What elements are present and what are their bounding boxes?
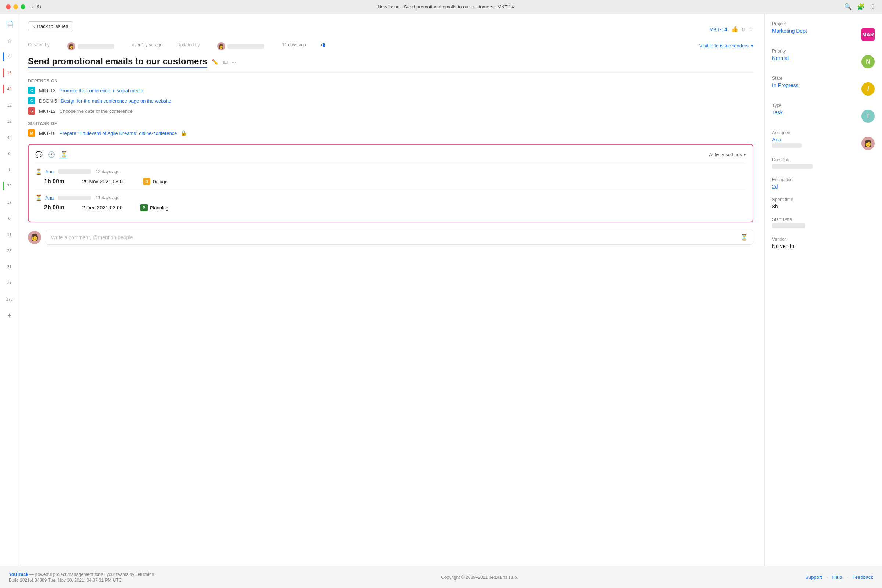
panel-vendor-value[interactable]: No vendor — [772, 243, 796, 249]
panel-vendor-row: Vendor No vendor — [772, 237, 874, 249]
dep-link-mkt10[interactable]: Prepare "Boulevard of Agile Dreams" onli… — [60, 130, 177, 136]
dep-item-dsgn5: C DSGN-5 Design for the main conference … — [28, 97, 753, 104]
work-item-2-user[interactable]: Ana — [45, 195, 54, 201]
created-username-blur — [78, 44, 114, 48]
back-to-issues-button[interactable]: ‹ Back to issues — [28, 21, 74, 31]
maximize-dot[interactable] — [21, 4, 26, 9]
assignee-username-blur — [772, 143, 801, 148]
tag-icon[interactable]: 🏷 — [222, 59, 228, 65]
minimize-dot[interactable] — [13, 4, 18, 9]
comment-time-icon: ⏳ — [741, 234, 748, 241]
panel-project-value[interactable]: Marketing Dept — [772, 28, 807, 34]
work-item-1-tag-label: Design — [153, 179, 167, 184]
more-icon[interactable]: ··· — [231, 59, 236, 65]
state-i-icon: I — [861, 82, 874, 96]
sidebar-pin-icon[interactable]: ✦ — [3, 309, 16, 322]
comment-input[interactable]: Write a comment, @mention people ⏳ — [46, 230, 753, 245]
dep-badge-s: S — [28, 107, 35, 115]
created-ago: over 1 year ago — [132, 42, 162, 50]
sidebar-num-70a[interactable]: 70 — [3, 50, 16, 63]
app-layout: 📄 ☆ 70 16 48 12 12 48 0 1 70 — [0, 14, 882, 566]
sidebar-num-0a[interactable]: 0 — [3, 147, 16, 160]
panel-type-value[interactable]: Task — [772, 110, 783, 116]
panel-start-date-row: Start Date — [772, 217, 874, 230]
time-tracking-tab-icon[interactable]: ⏳ — [60, 151, 68, 158]
activity-settings-button[interactable]: Activity settings ▾ — [709, 152, 746, 157]
sidebar-icon-doc[interactable]: 📄 — [3, 18, 16, 31]
search-icon[interactable]: 🔍 — [844, 3, 852, 10]
issue-id[interactable]: MKT-14 — [709, 27, 727, 32]
star-icon[interactable]: ☆ — [748, 26, 753, 33]
back-icon: ‹ — [33, 24, 35, 29]
vote-count: 0 — [742, 27, 744, 32]
sidebar-num-48a[interactable]: 48 — [3, 82, 16, 96]
sidebar-num-17[interactable]: 17 — [3, 195, 16, 209]
updated-ago: 11 days ago — [282, 42, 306, 50]
sidebar-num-31a[interactable]: 31 — [3, 260, 16, 273]
footer-left: YouTrack — powerful project management f… — [9, 572, 154, 583]
dep-badge-c1: C — [28, 87, 35, 94]
sidebar-num-11[interactable]: 11 — [3, 228, 16, 241]
sidebar-num-373[interactable]: 373 — [3, 292, 16, 306]
visibility-eye-icon: 👁 — [321, 42, 327, 49]
window-controls[interactable] — [6, 4, 26, 9]
nav-arrows[interactable]: ‹ ↻ — [31, 3, 42, 10]
thumbs-up-icon[interactable]: 👍 — [731, 26, 738, 33]
comment-tab-icon[interactable]: 💬 — [35, 151, 43, 158]
sidebar-num-12b[interactable]: 12 — [3, 115, 16, 128]
work-item-2-duration: 2h 00m — [44, 204, 64, 211]
activity-header: 💬 🕐 ⏳ Activity settings ▾ — [35, 151, 746, 158]
panel-state-value[interactable]: In Progress — [772, 82, 799, 88]
sidebar-num-31b[interactable]: 31 — [3, 276, 16, 290]
footer-support-link[interactable]: Support — [805, 574, 822, 580]
work-item-1-tag-badge: D — [143, 178, 150, 185]
title-action-icons: ✏️ 🏷 ··· — [212, 59, 236, 65]
sep1: · — [826, 574, 828, 580]
sidebar-num-70b[interactable]: 70 — [3, 179, 16, 193]
dep-link-dsgn5[interactable]: Design for the main conference page on t… — [61, 98, 171, 104]
back-nav-icon[interactable]: ‹ — [31, 3, 33, 10]
edit-title-icon[interactable]: ✏️ — [212, 59, 219, 65]
issue-title-row: Send promotional emails to our customers… — [28, 56, 753, 68]
panel-estimation-value[interactable]: 2d — [772, 184, 778, 190]
work-item-1-time: 12 days ago — [96, 169, 119, 174]
issue-title-text: Send promotional emails to our customers — [28, 56, 207, 68]
panel-spent-time-row: Spent time 3h — [772, 197, 874, 210]
work-item-2-time: 11 days ago — [96, 195, 119, 200]
chevron-down-icon: ▾ — [751, 43, 753, 48]
footer-feedback-link[interactable]: Feedback — [852, 574, 873, 580]
sidebar-num-0b[interactable]: 0 — [3, 212, 16, 225]
sidebar-num-12a[interactable]: 12 — [3, 99, 16, 112]
panel-type-row: Type Task T — [772, 103, 874, 123]
sidebar-icon-star[interactable]: ☆ — [3, 34, 16, 47]
work-item-1-tag: D Design — [143, 178, 167, 185]
menu-icon[interactable]: ⋮ — [870, 3, 876, 10]
history-tab-icon[interactable]: 🕐 — [48, 151, 55, 158]
close-dot[interactable] — [6, 4, 10, 9]
forward-nav-icon[interactable]: ↻ — [37, 3, 42, 10]
visibility-dropdown[interactable]: Visible to issue readers ▾ — [699, 43, 753, 48]
dep-link-mkt13[interactable]: Promote the conference in social media — [60, 88, 143, 93]
panel-project-row: Project Marketing Dept MAR — [772, 21, 874, 41]
sidebar-num-16[interactable]: 16 — [3, 66, 16, 80]
panel-priority-value[interactable]: Normal — [772, 55, 789, 61]
work-item-1-user[interactable]: Ana — [45, 169, 54, 175]
footer-brand[interactable]: YouTrack — [9, 572, 28, 577]
assignee-avatar-icon: 👩 — [861, 137, 874, 150]
footer-help-link[interactable]: Help — [832, 574, 842, 580]
dep-item-mkt12: S MKT-12 Choose the date of the conferen… — [28, 107, 753, 115]
footer: YouTrack — powerful project management f… — [0, 566, 882, 588]
dep-link-mkt12[interactable]: Choose the date of the conference — [60, 108, 133, 114]
panel-assignee-name[interactable]: Ana — [772, 137, 801, 142]
type-t-icon: T — [861, 110, 874, 123]
sidebar-num-25[interactable]: 25 — [3, 244, 16, 257]
sidebar: 📄 ☆ 70 16 48 12 12 48 0 1 70 — [0, 14, 19, 566]
footer-copyright: Copyright © 2009–2021 JetBrains s.r.o. — [154, 575, 806, 580]
extensions-icon[interactable]: 🧩 — [857, 3, 865, 10]
sidebar-num-1[interactable]: 1 — [3, 163, 16, 176]
footer-build: Build 2021.4.34389 Tue, Nov 30, 2021, 04… — [9, 578, 154, 583]
sidebar-num-48b[interactable]: 48 — [3, 131, 16, 144]
issue-top-actions: MKT-14 👍 0 ☆ — [709, 26, 753, 33]
work-item-1: ⏳ Ana 12 days ago 1h 00m 29 Nov 2021 03:… — [35, 164, 746, 190]
panel-state-row: State In Progress I — [772, 76, 874, 96]
